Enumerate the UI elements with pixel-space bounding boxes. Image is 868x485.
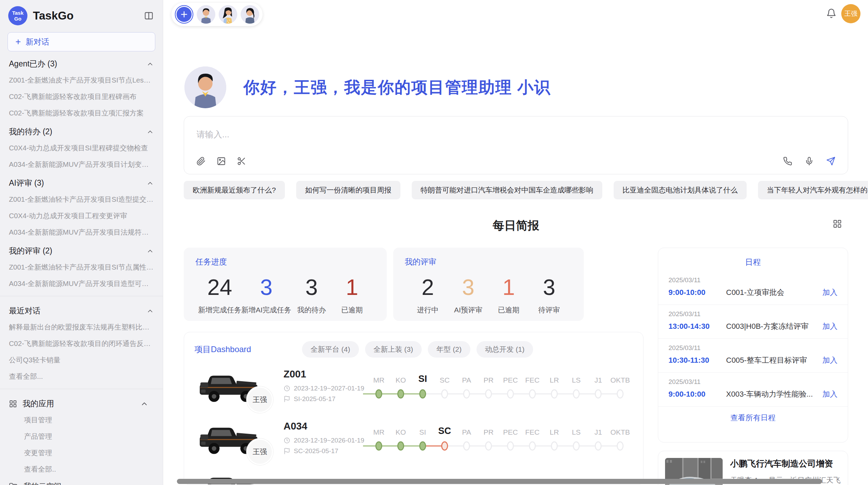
paperclip-icon[interactable] — [196, 157, 206, 166]
app-item[interactable]: 项目管理 — [0, 412, 163, 428]
stat-card: 我的评审 2 进行中 — [393, 248, 584, 321]
section-header[interactable]: Agent已办 (3) — [0, 53, 163, 72]
briefing-columns: 任务进度 24 新增完成任务 — [184, 248, 848, 485]
stat: 3 我的待办 — [291, 275, 332, 315]
recent-chat-item[interactable]: 公司Q3轻卡销量 — [0, 352, 163, 368]
sidebar-task-item[interactable]: A034-全新新能源MUV产品开发项目造型可行性评审 — [0, 275, 163, 292]
microphone-icon[interactable] — [805, 157, 814, 166]
schedule-time: 9:00-10:00 — [668, 288, 726, 297]
section-title: AI评审 (3) — [9, 178, 146, 188]
phone-icon[interactable] — [783, 157, 792, 166]
recent-chats-header[interactable]: 最近对话 — [0, 300, 163, 319]
my-apps-header[interactable]: 我的应用 — [0, 393, 163, 412]
plus-icon: + — [15, 37, 21, 47]
milestone-label: SC — [439, 370, 449, 384]
my-apps-title: 我的应用 — [23, 398, 140, 409]
join-link[interactable]: 加入 — [822, 389, 837, 399]
stat: 1 已逾期 — [332, 275, 372, 315]
join-link[interactable]: 加入 — [822, 355, 837, 365]
chat-input[interactable]: 请输入... — [184, 116, 848, 174]
scissors-icon[interactable] — [237, 157, 246, 166]
app-item[interactable]: 变更管理 — [0, 445, 163, 461]
section-header[interactable]: 我的待办 (2) — [0, 121, 163, 140]
sidebar-task-item[interactable]: Z001-全新燃油皮卡产品开发项目SI节点Lesson Learn报告 — [0, 72, 163, 88]
grid-layout-icon[interactable] — [833, 219, 842, 228]
section-header[interactable]: AI评审 (3) — [0, 173, 163, 191]
project-info: Z0012023-12-19~2027-01-19SI-2025-05-17 — [284, 369, 368, 403]
dashboard-tab[interactable]: 全新平台 (4) — [302, 341, 359, 358]
input-left-icons — [196, 157, 246, 166]
sidebar-task-item[interactable]: Z001-全新燃油轻卡产品开发项目SI造型提交物评审 — [0, 191, 163, 208]
schedule-row: 13:00-14:30 C003|H0B-方案冻结评审 加入 — [668, 321, 837, 332]
stats-row: 任务进度 24 新增完成任务 — [184, 248, 643, 321]
view-all-schedule-link[interactable]: 查看所有日程 — [658, 407, 848, 429]
project-code: A034 — [284, 421, 368, 432]
milestone-dot — [507, 442, 514, 451]
milestone-label: J1 — [594, 370, 602, 384]
stat-label: 已逾期 — [332, 305, 372, 315]
schedule-time: 9:00-10:00 — [668, 390, 726, 399]
milestone: SI — [412, 370, 434, 401]
schedule-item[interactable]: 2025/03/11 13:00-14:30 C003|H0B-方案冻结评审 加… — [658, 305, 848, 339]
section-header[interactable]: 我的评审 (2) — [0, 240, 163, 259]
chevron-up-icon[interactable] — [140, 400, 148, 408]
milestone: OKTB — [609, 422, 631, 453]
sidebar-task-item[interactable]: C0X4-动力总成开发项目SI里程碑提交物检查 — [0, 140, 163, 156]
milestone-label: MR — [373, 422, 385, 436]
sidebar: Task Go TaskGo + 新对话 Agent已办 (3) — [0, 0, 163, 485]
chevron-up-icon[interactable] — [146, 179, 154, 187]
project-row[interactable]: 王强A0342023-12-19~2026-01-19SC-2025-05-17… — [184, 412, 643, 464]
sidebar-collapse-icon[interactable] — [143, 10, 155, 22]
milestone-label: LS — [572, 370, 581, 384]
chevron-up-icon[interactable] — [146, 307, 154, 315]
input-right-icons — [783, 157, 835, 166]
chevron-up-icon[interactable] — [146, 60, 154, 68]
milestone-dot — [463, 389, 470, 399]
dashboard-tab[interactable]: 全新上装 (3) — [365, 341, 422, 358]
chevron-up-icon[interactable] — [146, 247, 154, 255]
suggestion-chip[interactable]: 如何写一份清晰的项目周报 — [296, 181, 400, 199]
dashboard-tab[interactable]: 动总开发 (1) — [477, 341, 533, 358]
dashboard-tab[interactable]: 年型 (2) — [428, 341, 470, 358]
sidebar-task-item[interactable]: C02-飞腾新能源轻客改款项目立项汇报方案 — [0, 105, 163, 121]
sidebar-task-item[interactable]: A034-全新新能源MUV产品开发项目法规符合性评审 — [0, 224, 163, 240]
recent-chat-item[interactable]: C02-飞腾新能源轻客改款项目的闭环通告反馈情况 — [0, 335, 163, 352]
schedule-item[interactable]: 2025/03/11 9:00-10:00 C001-立项审批会 加入 — [658, 271, 848, 305]
app-item[interactable]: 查看全部.. — [0, 461, 163, 477]
sidebar-item-cloud-space[interactable]: 我的云空间 — [0, 477, 163, 485]
schedule-item[interactable]: 2025/03/11 10:30-11:30 C005-整车工程目标评审 加入 — [658, 339, 848, 373]
suggestion-chip[interactable]: 比亚迪全固态电池计划具体说了什么 — [614, 181, 747, 199]
send-icon[interactable] — [826, 157, 835, 166]
recent-view-all[interactable]: 查看全部... — [0, 368, 163, 385]
sidebar-task-item[interactable]: C0X4-动力总成开发项目工程变更评审 — [0, 208, 163, 224]
content-column: 你好，王强，我是你的项目管理助理 小识 请输入... — [184, 0, 848, 485]
clock-icon — [284, 437, 290, 444]
suggestion-chip[interactable]: 当下年轻人对汽车外观有怎样的喜好趋势 — [758, 181, 868, 199]
join-link[interactable]: 加入 — [822, 321, 837, 332]
recent-chat-list: 解释最新出台的欧盟报废车法规再生塑料比例被调至15%...C02-飞腾新能源轻客… — [0, 319, 163, 368]
sidebar-task-item[interactable]: C02-飞腾新能源轻客改款项目里程碑画布 — [0, 88, 163, 105]
image-icon[interactable] — [217, 157, 226, 166]
schedule-list: 2025/03/11 9:00-10:00 C001-立项审批会 加入 — [658, 271, 848, 407]
schedule-item[interactable]: 2025/03/11 9:00-10:00 X003-车辆动力学性能验... 加… — [658, 373, 848, 407]
project-row[interactable]: 王强Z0012023-12-19~2027-01-19SI-2025-05-17… — [184, 360, 643, 412]
horizontal-scrollbar[interactable] — [177, 479, 822, 484]
milestone: PA — [456, 370, 478, 401]
suggestion-chip[interactable]: 欧洲新规最近颁布了什么? — [184, 181, 285, 199]
new-chat-button[interactable]: + 新对话 — [8, 32, 155, 51]
milestone-dot — [397, 442, 404, 451]
milestone-label: LR — [550, 370, 559, 384]
sidebar-task-item[interactable]: A034-全新新能源MUV产品开发项目计划变更表编写 — [0, 156, 163, 173]
join-link[interactable]: 加入 — [822, 287, 837, 298]
app-item[interactable]: 产品管理 — [0, 428, 163, 445]
recent-chat-item[interactable]: 解释最新出台的欧盟报废车法规再生塑料比例被调至15%... — [0, 319, 163, 335]
suggestion-chip[interactable]: 特朗普可能对进口汽车增税会对中国车企造成哪些影响 — [412, 181, 602, 199]
milestone-label: LR — [550, 422, 559, 436]
input-toolbar — [196, 157, 835, 166]
stat: 1 已逾期 — [489, 275, 529, 315]
milestone: J1 — [587, 422, 609, 453]
milestone: FEC — [521, 370, 543, 401]
milestone-dot — [463, 442, 470, 451]
sidebar-task-item[interactable]: Z001-全新燃油轻卡产品开发项目SI节点属性5D文件评审 — [0, 259, 163, 275]
chevron-up-icon[interactable] — [146, 128, 154, 136]
